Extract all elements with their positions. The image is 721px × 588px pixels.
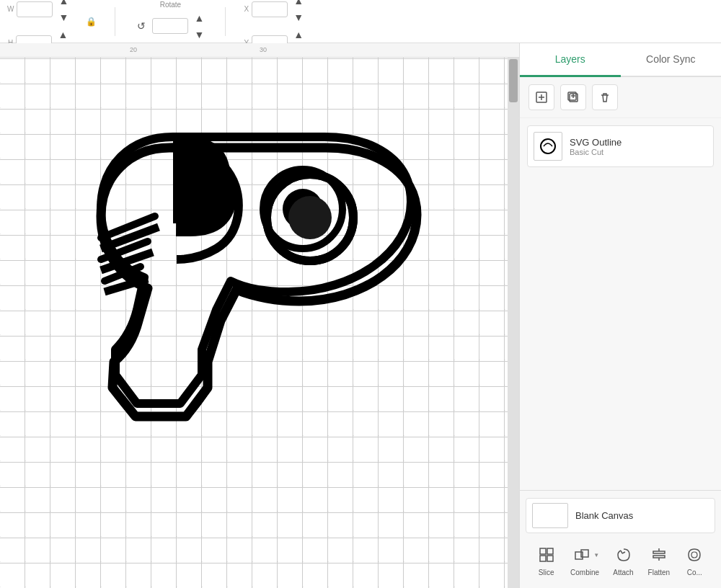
combine-dropdown-arrow: ▼: [593, 552, 599, 558]
x-down-btn[interactable]: ▼: [291, 9, 306, 25]
combine-tool[interactable]: ▼ Combine: [570, 543, 599, 576]
vertical-scrollbar[interactable]: [508, 58, 519, 588]
separator-2: [225, 7, 226, 36]
canvas[interactable]: [0, 58, 508, 588]
flatten-tool[interactable]: Flatten: [647, 543, 671, 576]
duplicate-layer-btn[interactable]: [560, 84, 586, 110]
svg-rect-15: [547, 556, 553, 561]
layer-name: SVG Outline: [570, 137, 707, 148]
w-label: W: [7, 5, 14, 13]
x-up-btn[interactable]: ▲: [291, 0, 306, 9]
svg-point-11: [541, 139, 555, 153]
right-panel: Layers Color Sync: [519, 43, 721, 588]
rotate-group: Rotate ↺ ▲ ▼: [133, 1, 207, 43]
width-up-btn[interactable]: ▲: [56, 0, 71, 9]
rotate-label: Rotate: [160, 1, 181, 9]
layer-thumb-svg: [536, 135, 559, 158]
rotate-down-btn[interactable]: ▼: [191, 27, 207, 43]
top-toolbar: Size W ▲ ▼ H ▲ ▼ 🔒 Rotate ↺ ▲: [0, 0, 721, 43]
attach-svg: [615, 546, 632, 564]
blank-canvas-item[interactable]: Blank Canvas: [526, 498, 715, 533]
combine-icon: [570, 543, 593, 566]
tab-layers[interactable]: Layers: [520, 43, 621, 77]
svg-rect-12: [540, 548, 546, 554]
svg-rect-19: [653, 556, 665, 558]
width-down-btn[interactable]: ▼: [56, 9, 71, 25]
contour-icon: [683, 543, 706, 566]
add-layer-icon: [535, 91, 548, 104]
rotate-input[interactable]: [152, 18, 188, 34]
separator-1: [115, 7, 115, 36]
ruler-top: 20 30: [0, 43, 519, 58]
scrollbar-thumb[interactable]: [509, 59, 518, 102]
slice-label: Slice: [539, 569, 554, 576]
main-area: 20 30: [0, 43, 721, 588]
logo-svg: [43, 94, 433, 440]
flatten-svg: [650, 546, 668, 564]
blank-canvas-thumbnail: [532, 503, 568, 528]
tab-layers-label: Layers: [555, 53, 585, 65]
layers-content: SVG Outline Basic Cut: [520, 118, 721, 490]
layer-info: SVG Outline Basic Cut: [570, 137, 707, 156]
flatten-label: Flatten: [648, 569, 671, 576]
svg-point-7: [288, 196, 332, 239]
duplicate-layer-icon: [567, 91, 580, 104]
svg-rect-14: [540, 556, 546, 561]
rotate-up-btn[interactable]: ▲: [191, 10, 207, 26]
bottom-panel: Blank Canvas Slice: [520, 490, 721, 588]
ruler-mark-20: 20: [130, 46, 137, 53]
contour-tool[interactable]: Co...: [683, 543, 706, 576]
bottom-toolbar: Slice ▼ Combine: [526, 539, 715, 581]
contour-svg: [686, 546, 703, 564]
flatten-icon: [647, 543, 671, 566]
delete-layer-btn[interactable]: [592, 84, 618, 110]
rotate-ccw-btn[interactable]: ↺: [133, 18, 149, 34]
slice-icon: [535, 543, 558, 566]
svg-rect-13: [547, 548, 553, 554]
combine-svg: [573, 546, 590, 564]
contour-label: Co...: [687, 569, 702, 576]
combine-label: Combine: [570, 569, 599, 576]
combine-tool-row: ▼: [570, 543, 599, 566]
y-up-btn[interactable]: ▲: [291, 27, 306, 43]
ruler-mark-30: 30: [260, 46, 267, 53]
slice-svg: [538, 546, 555, 564]
lock-icon[interactable]: 🔒: [86, 17, 97, 27]
add-layer-btn[interactable]: [528, 84, 554, 110]
slice-tool[interactable]: Slice: [535, 543, 558, 576]
width-input[interactable]: [17, 1, 53, 17]
attach-label: Attach: [613, 569, 633, 576]
height-up-btn[interactable]: ▲: [55, 27, 71, 43]
attach-tool[interactable]: Attach: [612, 543, 635, 576]
layer-thumbnail: [534, 132, 562, 161]
attach-icon: [612, 543, 635, 566]
tab-color-sync-label: Color Sync: [646, 53, 695, 65]
blank-canvas-label: Blank Canvas: [575, 510, 633, 521]
delete-layer-icon: [598, 91, 611, 104]
svg-rect-18: [653, 551, 665, 553]
layer-type: Basic Cut: [570, 148, 707, 156]
canvas-area: 20 30: [0, 43, 519, 588]
panel-toolbar: [520, 77, 721, 118]
tab-color-sync[interactable]: Color Sync: [621, 43, 722, 77]
x-input[interactable]: [252, 1, 288, 17]
panel-tabs: Layers Color Sync: [520, 43, 721, 77]
x-label: X: [244, 5, 249, 13]
layer-item[interactable]: SVG Outline Basic Cut: [527, 125, 714, 167]
